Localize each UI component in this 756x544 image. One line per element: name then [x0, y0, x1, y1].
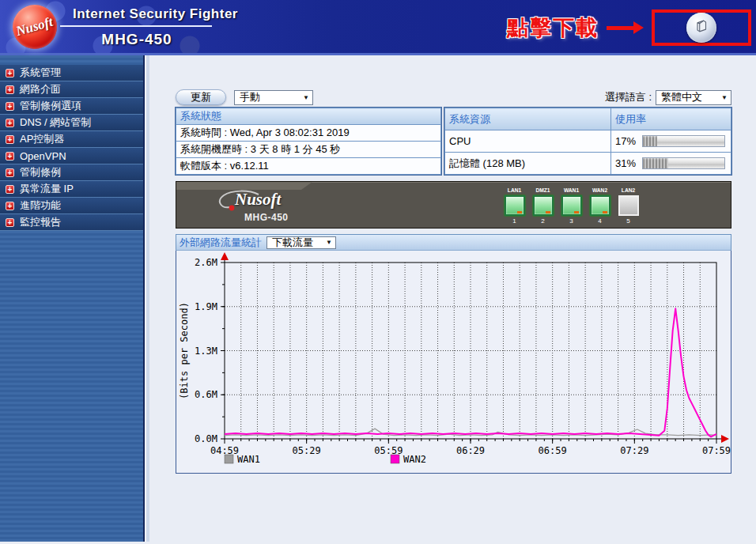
plus-expand-icon: + [6, 168, 14, 177]
cpu-usage-percent: 17% [615, 135, 639, 147]
red-arrow-icon [607, 21, 644, 34]
sidebar-item-label: 監控報告 [20, 215, 61, 229]
traffic-chart-svg: 0.0M0.6M1.3M1.9M2.6M04:5905:2905:5906:29… [176, 251, 731, 472]
sidebar-item-label: DNS / 網站管制 [20, 115, 91, 130]
sidebar-item-6[interactable]: +OpenVPN [0, 148, 143, 164]
sidebar-item-8[interactable]: +異常流量 IP [0, 181, 143, 198]
svg-text:0.0M: 0.0M [195, 433, 217, 444]
system-status-table: 系統狀態 系統時間 : Wed, Apr 3 08:02:31 2019 系統開… [176, 108, 441, 175]
manual-download-button[interactable] [686, 13, 716, 43]
chevron-down-icon: ▼ [721, 94, 728, 101]
language-label: 選擇語言 : [605, 90, 652, 104]
sidebar-item-label: 進階功能 [20, 198, 61, 213]
memory-label: 記憶體 (128 MB) [445, 153, 611, 175]
app-window: Nusoft Internet Security Fighter MHG-450… [0, 0, 756, 544]
sidebar-item-3[interactable]: +管制條例選項 [0, 98, 143, 115]
traffic-mode-select[interactable]: 下載流量 ▼ [266, 236, 336, 249]
svg-text:1.3M: 1.3M [195, 346, 217, 357]
refresh-mode-value: 手動 [240, 90, 260, 104]
port-dmz1: DMZ12 [532, 187, 554, 225]
sidebar-item-label: 管制條例選項 [20, 99, 81, 113]
plus-expand-icon: + [6, 218, 14, 227]
device-brand-logo: Nusoft [222, 188, 317, 215]
svg-text:WAN2: WAN2 [403, 454, 426, 465]
port-label: WAN1 [561, 187, 582, 194]
port-lan1: LAN11 [504, 187, 525, 225]
svg-text:0.6M: 0.6M [195, 389, 217, 400]
port-wan2: WAN24 [589, 187, 610, 225]
port-label: WAN2 [590, 187, 610, 194]
chevron-down-icon: ▼ [303, 94, 309, 101]
rj45-port-icon [618, 195, 639, 216]
svg-text:WAN1: WAN1 [237, 454, 260, 465]
refresh-button[interactable]: 更新 [176, 89, 226, 105]
plus-expand-icon: + [6, 119, 14, 127]
download-hint-text: 點擊下載 [507, 13, 599, 42]
port-number: 5 [618, 217, 639, 225]
system-time-row: 系統時間 : Wed, Apr 3 08:02:31 2019 [176, 125, 441, 142]
cpu-usage-bar [642, 135, 725, 147]
port-number: 3 [561, 217, 582, 225]
plus-expand-icon: + [6, 152, 14, 161]
sidebar-item-1[interactable]: +系統管理 [0, 65, 143, 81]
traffic-section-title: 外部網路流量統計 [180, 236, 262, 250]
device-front-panel: Nusoft MHG-450 LAN11DMZ12WAN13WAN24LAN25 [176, 181, 731, 229]
download-highlight-box [652, 9, 751, 46]
rj45-port-icon [590, 195, 610, 216]
sidebar-item-9[interactable]: +進階功能 [0, 198, 143, 214]
svg-text:06:59: 06:59 [539, 445, 567, 456]
controls-row: 更新 手動 ▼ 選擇語言 : 繁體中文 ▼ [176, 89, 731, 105]
sidebar-item-4[interactable]: +DNS / 網站管制 [0, 115, 143, 131]
system-resource-table: 系統資源 使用率 CPU 17% 記憶體 (128 MB) [444, 108, 731, 175]
port-number: 1 [504, 217, 525, 225]
port-label: LAN1 [505, 187, 525, 194]
plus-expand-icon: + [6, 135, 14, 144]
port-number: 4 [589, 217, 610, 225]
status-table-header: 系統狀態 [176, 108, 441, 125]
port-lan2: LAN25 [618, 187, 639, 225]
language-select[interactable]: 繁體中文 ▼ [656, 90, 731, 105]
memory-usage-cell: 31% [611, 153, 731, 175]
title-block: Internet Security Fighter MHG-450 [70, 5, 238, 48]
plus-expand-icon: + [6, 185, 14, 194]
sidebar-item-7[interactable]: +管制條例 [0, 164, 143, 181]
memory-usage-bar [642, 157, 725, 169]
main-content: 更新 手動 ▼ 選擇語言 : 繁體中文 ▼ 系統狀態 系統時間 : Wed, A… [149, 55, 756, 542]
plus-expand-icon: + [6, 69, 14, 77]
port-label: DMZ1 [533, 187, 554, 194]
sidebar-item-2[interactable]: +網路介面 [0, 81, 143, 98]
product-title: Internet Security Fighter [70, 6, 238, 22]
nusoft-logo: Nusoft [13, 5, 57, 49]
rj45-port-icon [533, 195, 554, 216]
sidebar-item-label: OpenVPN [20, 150, 66, 162]
sidebar-item-10[interactable]: +監控報告 [0, 214, 143, 231]
sidebar-item-label: 異常流量 IP [20, 182, 74, 196]
cpu-label: CPU [445, 130, 611, 153]
manual-book-icon [693, 17, 710, 38]
traffic-chart: 0.0M0.6M1.3M1.9M2.6M04:5905:2905:5906:29… [176, 251, 731, 474]
svg-text:05:29: 05:29 [293, 445, 321, 456]
svg-text:2.6M: 2.6M [195, 257, 217, 268]
sidebar: +系統管理+網路介面+管制條例選項+DNS / 網站管制+AP控制器+OpenV… [0, 55, 145, 542]
device-brand-text: Nusoft [235, 190, 281, 210]
download-callout: 點擊下載 [507, 0, 751, 55]
language-value: 繁體中文 [661, 90, 702, 104]
plus-expand-icon: + [6, 85, 14, 94]
chevron-down-icon: ▼ [326, 239, 332, 246]
device-model-text: MHG-450 [244, 212, 289, 223]
header: Nusoft Internet Security Fighter MHG-450… [0, 0, 756, 55]
traffic-mode-value: 下載流量 [272, 236, 313, 250]
sidebar-item-label: AP控制器 [20, 132, 64, 146]
svg-text:07:29: 07:29 [620, 445, 648, 456]
rj45-port-icon [561, 195, 582, 216]
sidebar-item-label: 管制條例 [20, 165, 61, 179]
sidebar-item-5[interactable]: +AP控制器 [0, 131, 143, 148]
svg-text:(Bits per Second): (Bits per Second) [179, 302, 190, 399]
plus-expand-icon: + [6, 102, 14, 111]
svg-text:1.9M: 1.9M [195, 301, 217, 312]
svg-text:06:29: 06:29 [456, 445, 485, 456]
sidebar-item-label: 網路介面 [20, 82, 61, 96]
nusoft-logo-text: Nusoft [15, 13, 55, 39]
refresh-mode-select[interactable]: 手動 ▼ [234, 90, 313, 105]
rj45-port-icon [505, 195, 525, 216]
